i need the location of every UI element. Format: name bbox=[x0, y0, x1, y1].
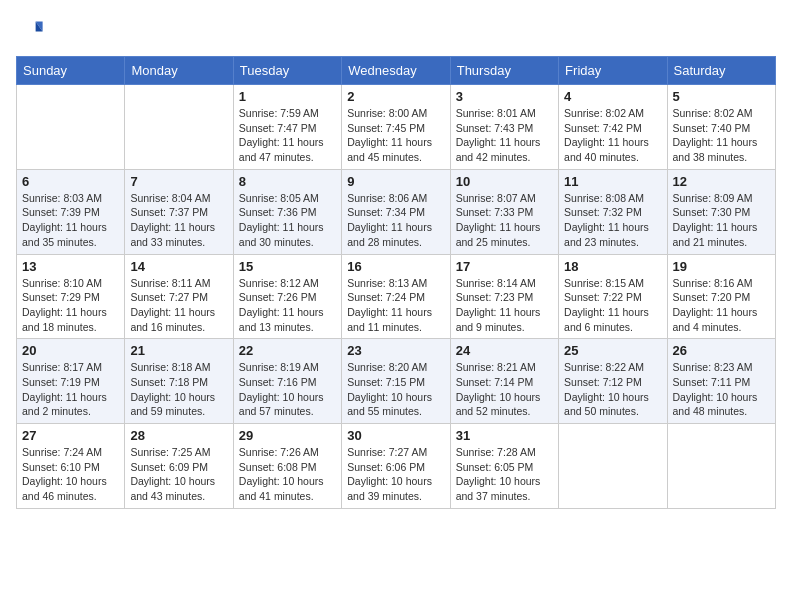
day-info: Sunrise: 8:16 AM Sunset: 7:20 PM Dayligh… bbox=[673, 276, 770, 335]
day-number: 2 bbox=[347, 89, 444, 104]
calendar-cell bbox=[559, 424, 667, 509]
day-info: Sunrise: 7:28 AM Sunset: 6:05 PM Dayligh… bbox=[456, 445, 553, 504]
weekday-header: Monday bbox=[125, 57, 233, 85]
day-info: Sunrise: 8:06 AM Sunset: 7:34 PM Dayligh… bbox=[347, 191, 444, 250]
calendar-cell: 25Sunrise: 8:22 AM Sunset: 7:12 PM Dayli… bbox=[559, 339, 667, 424]
calendar-cell: 11Sunrise: 8:08 AM Sunset: 7:32 PM Dayli… bbox=[559, 169, 667, 254]
calendar-cell: 31Sunrise: 7:28 AM Sunset: 6:05 PM Dayli… bbox=[450, 424, 558, 509]
calendar-cell: 22Sunrise: 8:19 AM Sunset: 7:16 PM Dayli… bbox=[233, 339, 341, 424]
calendar-week-row: 20Sunrise: 8:17 AM Sunset: 7:19 PM Dayli… bbox=[17, 339, 776, 424]
calendar-cell: 2Sunrise: 8:00 AM Sunset: 7:45 PM Daylig… bbox=[342, 85, 450, 170]
day-number: 28 bbox=[130, 428, 227, 443]
day-number: 4 bbox=[564, 89, 661, 104]
day-number: 23 bbox=[347, 343, 444, 358]
day-number: 22 bbox=[239, 343, 336, 358]
calendar-cell: 3Sunrise: 8:01 AM Sunset: 7:43 PM Daylig… bbox=[450, 85, 558, 170]
day-info: Sunrise: 8:10 AM Sunset: 7:29 PM Dayligh… bbox=[22, 276, 119, 335]
day-info: Sunrise: 8:15 AM Sunset: 7:22 PM Dayligh… bbox=[564, 276, 661, 335]
calendar-cell: 30Sunrise: 7:27 AM Sunset: 6:06 PM Dayli… bbox=[342, 424, 450, 509]
calendar-cell: 17Sunrise: 8:14 AM Sunset: 7:23 PM Dayli… bbox=[450, 254, 558, 339]
day-info: Sunrise: 8:13 AM Sunset: 7:24 PM Dayligh… bbox=[347, 276, 444, 335]
calendar-cell: 14Sunrise: 8:11 AM Sunset: 7:27 PM Dayli… bbox=[125, 254, 233, 339]
day-info: Sunrise: 8:14 AM Sunset: 7:23 PM Dayligh… bbox=[456, 276, 553, 335]
calendar-cell: 21Sunrise: 8:18 AM Sunset: 7:18 PM Dayli… bbox=[125, 339, 233, 424]
calendar-cell: 5Sunrise: 8:02 AM Sunset: 7:40 PM Daylig… bbox=[667, 85, 775, 170]
day-info: Sunrise: 8:04 AM Sunset: 7:37 PM Dayligh… bbox=[130, 191, 227, 250]
weekday-header: Wednesday bbox=[342, 57, 450, 85]
calendar-cell: 23Sunrise: 8:20 AM Sunset: 7:15 PM Dayli… bbox=[342, 339, 450, 424]
calendar-cell: 16Sunrise: 8:13 AM Sunset: 7:24 PM Dayli… bbox=[342, 254, 450, 339]
day-number: 15 bbox=[239, 259, 336, 274]
calendar-week-row: 6Sunrise: 8:03 AM Sunset: 7:39 PM Daylig… bbox=[17, 169, 776, 254]
day-number: 29 bbox=[239, 428, 336, 443]
day-info: Sunrise: 8:11 AM Sunset: 7:27 PM Dayligh… bbox=[130, 276, 227, 335]
day-info: Sunrise: 8:02 AM Sunset: 7:42 PM Dayligh… bbox=[564, 106, 661, 165]
day-number: 7 bbox=[130, 174, 227, 189]
day-info: Sunrise: 8:19 AM Sunset: 7:16 PM Dayligh… bbox=[239, 360, 336, 419]
day-number: 31 bbox=[456, 428, 553, 443]
weekday-header: Thursday bbox=[450, 57, 558, 85]
calendar-cell: 27Sunrise: 7:24 AM Sunset: 6:10 PM Dayli… bbox=[17, 424, 125, 509]
calendar-cell: 13Sunrise: 8:10 AM Sunset: 7:29 PM Dayli… bbox=[17, 254, 125, 339]
day-info: Sunrise: 8:08 AM Sunset: 7:32 PM Dayligh… bbox=[564, 191, 661, 250]
day-number: 30 bbox=[347, 428, 444, 443]
weekday-header: Saturday bbox=[667, 57, 775, 85]
calendar-cell: 24Sunrise: 8:21 AM Sunset: 7:14 PM Dayli… bbox=[450, 339, 558, 424]
day-info: Sunrise: 8:17 AM Sunset: 7:19 PM Dayligh… bbox=[22, 360, 119, 419]
day-info: Sunrise: 8:22 AM Sunset: 7:12 PM Dayligh… bbox=[564, 360, 661, 419]
calendar-table: SundayMondayTuesdayWednesdayThursdayFrid… bbox=[16, 56, 776, 509]
logo bbox=[16, 16, 48, 44]
day-info: Sunrise: 7:25 AM Sunset: 6:09 PM Dayligh… bbox=[130, 445, 227, 504]
day-info: Sunrise: 8:12 AM Sunset: 7:26 PM Dayligh… bbox=[239, 276, 336, 335]
calendar-week-row: 13Sunrise: 8:10 AM Sunset: 7:29 PM Dayli… bbox=[17, 254, 776, 339]
day-info: Sunrise: 8:02 AM Sunset: 7:40 PM Dayligh… bbox=[673, 106, 770, 165]
calendar-cell: 4Sunrise: 8:02 AM Sunset: 7:42 PM Daylig… bbox=[559, 85, 667, 170]
day-info: Sunrise: 8:18 AM Sunset: 7:18 PM Dayligh… bbox=[130, 360, 227, 419]
day-number: 24 bbox=[456, 343, 553, 358]
calendar-cell: 18Sunrise: 8:15 AM Sunset: 7:22 PM Dayli… bbox=[559, 254, 667, 339]
weekday-header: Friday bbox=[559, 57, 667, 85]
day-number: 16 bbox=[347, 259, 444, 274]
day-info: Sunrise: 8:23 AM Sunset: 7:11 PM Dayligh… bbox=[673, 360, 770, 419]
day-number: 27 bbox=[22, 428, 119, 443]
calendar-cell: 8Sunrise: 8:05 AM Sunset: 7:36 PM Daylig… bbox=[233, 169, 341, 254]
day-number: 17 bbox=[456, 259, 553, 274]
day-number: 19 bbox=[673, 259, 770, 274]
day-number: 20 bbox=[22, 343, 119, 358]
day-info: Sunrise: 8:03 AM Sunset: 7:39 PM Dayligh… bbox=[22, 191, 119, 250]
day-number: 26 bbox=[673, 343, 770, 358]
day-number: 8 bbox=[239, 174, 336, 189]
day-number: 13 bbox=[22, 259, 119, 274]
day-info: Sunrise: 8:00 AM Sunset: 7:45 PM Dayligh… bbox=[347, 106, 444, 165]
calendar-cell: 9Sunrise: 8:06 AM Sunset: 7:34 PM Daylig… bbox=[342, 169, 450, 254]
day-number: 1 bbox=[239, 89, 336, 104]
calendar-cell: 19Sunrise: 8:16 AM Sunset: 7:20 PM Dayli… bbox=[667, 254, 775, 339]
day-number: 6 bbox=[22, 174, 119, 189]
day-info: Sunrise: 7:59 AM Sunset: 7:47 PM Dayligh… bbox=[239, 106, 336, 165]
day-number: 3 bbox=[456, 89, 553, 104]
day-info: Sunrise: 8:05 AM Sunset: 7:36 PM Dayligh… bbox=[239, 191, 336, 250]
logo-icon bbox=[16, 16, 44, 44]
day-info: Sunrise: 7:26 AM Sunset: 6:08 PM Dayligh… bbox=[239, 445, 336, 504]
calendar-week-row: 1Sunrise: 7:59 AM Sunset: 7:47 PM Daylig… bbox=[17, 85, 776, 170]
day-number: 12 bbox=[673, 174, 770, 189]
day-number: 14 bbox=[130, 259, 227, 274]
day-info: Sunrise: 8:01 AM Sunset: 7:43 PM Dayligh… bbox=[456, 106, 553, 165]
day-info: Sunrise: 7:24 AM Sunset: 6:10 PM Dayligh… bbox=[22, 445, 119, 504]
calendar-cell: 6Sunrise: 8:03 AM Sunset: 7:39 PM Daylig… bbox=[17, 169, 125, 254]
day-info: Sunrise: 8:20 AM Sunset: 7:15 PM Dayligh… bbox=[347, 360, 444, 419]
day-number: 5 bbox=[673, 89, 770, 104]
calendar-cell: 7Sunrise: 8:04 AM Sunset: 7:37 PM Daylig… bbox=[125, 169, 233, 254]
day-number: 25 bbox=[564, 343, 661, 358]
weekday-header: Tuesday bbox=[233, 57, 341, 85]
day-number: 18 bbox=[564, 259, 661, 274]
calendar-week-row: 27Sunrise: 7:24 AM Sunset: 6:10 PM Dayli… bbox=[17, 424, 776, 509]
calendar-cell: 26Sunrise: 8:23 AM Sunset: 7:11 PM Dayli… bbox=[667, 339, 775, 424]
calendar-cell: 29Sunrise: 7:26 AM Sunset: 6:08 PM Dayli… bbox=[233, 424, 341, 509]
day-number: 10 bbox=[456, 174, 553, 189]
calendar-cell: 12Sunrise: 8:09 AM Sunset: 7:30 PM Dayli… bbox=[667, 169, 775, 254]
calendar-cell: 28Sunrise: 7:25 AM Sunset: 6:09 PM Dayli… bbox=[125, 424, 233, 509]
weekday-header-row: SundayMondayTuesdayWednesdayThursdayFrid… bbox=[17, 57, 776, 85]
day-number: 11 bbox=[564, 174, 661, 189]
day-info: Sunrise: 8:09 AM Sunset: 7:30 PM Dayligh… bbox=[673, 191, 770, 250]
